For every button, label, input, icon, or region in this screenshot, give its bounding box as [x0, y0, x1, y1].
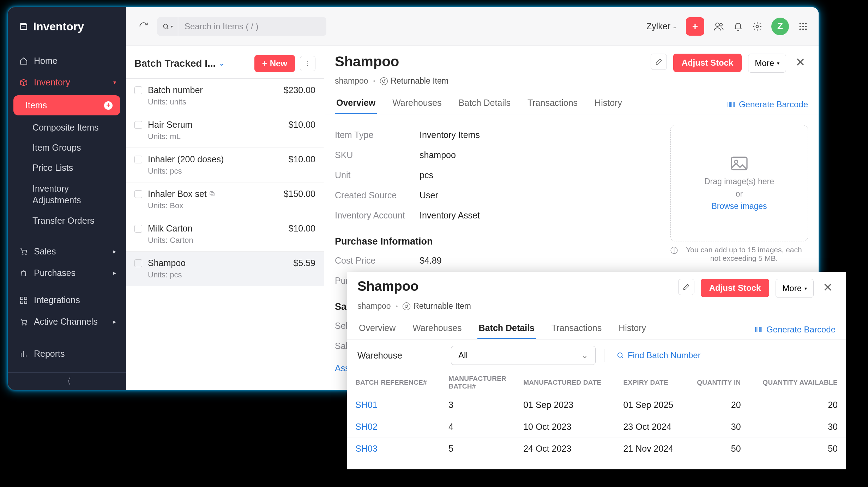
- barcode-label: Generate Barcode: [739, 100, 808, 109]
- nav-home[interactable]: Home: [8, 50, 126, 72]
- item-name: Milk Carton: [148, 223, 283, 234]
- list-more-button[interactable]: ⋮: [300, 56, 315, 71]
- nav-inventory[interactable]: Inventory ▾: [8, 72, 126, 93]
- search-box: ▾: [157, 17, 326, 36]
- item-checkbox[interactable]: [134, 225, 142, 233]
- nav-transfer-label: Transfer Orders: [32, 216, 95, 226]
- nav-reports[interactable]: Reports: [8, 343, 126, 365]
- warehouse-select[interactable]: All ⌄: [451, 346, 596, 365]
- chevron-down-icon: ⌄: [581, 350, 588, 360]
- barcode-icon: [727, 100, 735, 109]
- edit-button[interactable]: [651, 54, 667, 70]
- chevron-down-icon: ▾: [171, 24, 173, 29]
- adjust-stock-button[interactable]: Adjust Stock: [673, 54, 742, 72]
- org-switcher[interactable]: Zylker ⌄: [646, 21, 677, 31]
- app-title: Inventory: [33, 20, 84, 33]
- item-row[interactable]: Batch number Units: units $230.00: [126, 79, 324, 113]
- settings-button[interactable]: [752, 22, 762, 31]
- tab-batch-details[interactable]: Batch Details: [477, 320, 536, 339]
- detail-more-button[interactable]: More▾: [748, 54, 786, 73]
- image-dropzone[interactable]: Drag image(s) here or Browse images: [670, 125, 808, 241]
- item-price: $10.00: [289, 154, 315, 164]
- close-float-button[interactable]: ✕: [820, 279, 836, 296]
- tab-overview[interactable]: Overview: [335, 95, 377, 114]
- batch-ref-link[interactable]: SH02: [347, 416, 440, 438]
- nav-price-lists[interactable]: Price Lists: [8, 158, 126, 178]
- tab-batch-details[interactable]: Batch Details: [457, 95, 512, 114]
- add-item-icon[interactable]: +: [104, 101, 113, 110]
- edit-button[interactable]: [678, 279, 694, 295]
- svg-point-8: [163, 24, 168, 28]
- sidebar-collapse[interactable]: 〈: [8, 372, 126, 390]
- returnable-badge: ↺ Returnable Item: [403, 301, 471, 311]
- nav-purchases[interactable]: Purchases ▸: [8, 262, 126, 284]
- search-input[interactable]: [178, 22, 326, 31]
- item-row[interactable]: Hair Serum Units: mL $10.00: [126, 113, 324, 148]
- nav-inventory-adjustments[interactable]: Inventory Adjustments: [8, 178, 126, 211]
- barcode-label: Generate Barcode: [766, 325, 836, 335]
- item-row[interactable]: Inhaler Box set Units: Box $150.00: [126, 182, 324, 217]
- close-detail-button[interactable]: ✕: [792, 54, 808, 71]
- notifications-button[interactable]: [733, 22, 743, 31]
- return-icon: ↺: [380, 77, 388, 85]
- item-checkbox[interactable]: [134, 156, 142, 163]
- item-row[interactable]: Milk Carton Units: Carton $10.00: [126, 217, 324, 252]
- nav-active-channels[interactable]: Active Channels ▸: [8, 311, 126, 332]
- nav-channels-label: Active Channels: [34, 317, 98, 327]
- new-item-button[interactable]: + New: [254, 55, 295, 72]
- float-more-button[interactable]: More▾: [776, 279, 814, 298]
- item-row[interactable]: Shampoo Units: pcs $5.59: [126, 252, 324, 286]
- svg-point-1: [25, 254, 26, 255]
- quick-create-button[interactable]: +: [686, 17, 704, 36]
- returnable-label: Returnable Item: [413, 301, 471, 311]
- nav-adjustments-label: Inventory Adjustments: [32, 184, 81, 205]
- label-item-type: Item Type: [335, 130, 420, 140]
- tab-transactions[interactable]: Transactions: [526, 95, 579, 114]
- tab-transactions[interactable]: Transactions: [550, 320, 603, 339]
- nav-composite-items[interactable]: Composite Items: [8, 118, 126, 138]
- find-batch-link[interactable]: Find Batch Number: [616, 350, 701, 360]
- value-sku: shampoo: [420, 150, 456, 160]
- tab-overview[interactable]: Overview: [357, 320, 397, 339]
- nav-sales-label: Sales: [34, 246, 56, 257]
- item-checkbox[interactable]: [134, 259, 142, 267]
- caret-down-icon: ▾: [777, 60, 779, 66]
- nav-item-groups[interactable]: Item Groups: [8, 138, 126, 158]
- avatar[interactable]: Z: [771, 18, 789, 35]
- generate-barcode-link[interactable]: Generate Barcode: [754, 320, 836, 339]
- refresh-button[interactable]: [137, 19, 151, 34]
- detail-sku: shampoo: [335, 76, 368, 86]
- item-row[interactable]: Inhaler (200 doses) Units: pcs $10.00: [126, 148, 324, 182]
- nav-items[interactable]: Items +: [13, 95, 120, 115]
- nav-integrations[interactable]: Integrations: [8, 289, 126, 311]
- adjust-stock-button[interactable]: Adjust Stock: [701, 279, 770, 297]
- search-scope-button[interactable]: ▾: [157, 17, 178, 36]
- nav-transfer-orders[interactable]: Transfer Orders: [8, 211, 126, 231]
- batch-ref-link[interactable]: SH03: [347, 438, 440, 460]
- item-checkbox[interactable]: [134, 121, 142, 129]
- list-title-dropdown[interactable]: Batch Tracked I... ⌄: [134, 58, 249, 69]
- users-icon: [713, 21, 724, 32]
- chevron-down-icon: ▾: [113, 79, 116, 86]
- generate-barcode-link[interactable]: Generate Barcode: [727, 95, 808, 114]
- svg-point-25: [618, 353, 622, 357]
- batch-ref-link[interactable]: SH01: [347, 394, 440, 416]
- nav-sales[interactable]: Sales ▸: [8, 241, 126, 262]
- tab-history[interactable]: History: [593, 95, 623, 114]
- users-button[interactable]: [713, 21, 724, 32]
- sidebar-header: Inventory: [8, 7, 126, 46]
- svg-point-10: [720, 23, 723, 26]
- tab-warehouses[interactable]: Warehouses: [411, 320, 463, 339]
- batch-table: BATCH REFERENCE# MANUFACTURER BATCH# MAN…: [347, 371, 846, 459]
- browse-images-link[interactable]: Browse images: [711, 202, 767, 211]
- close-icon: ✕: [795, 55, 805, 69]
- item-checkbox[interactable]: [134, 190, 142, 198]
- topbar-right: Zylker ⌄ + Z: [646, 17, 808, 36]
- svg-point-17: [805, 25, 807, 27]
- sidebar: Inventory Home Inventory ▾ Items + Compo…: [8, 7, 126, 390]
- tab-warehouses[interactable]: Warehouses: [391, 95, 443, 114]
- tab-history[interactable]: History: [617, 320, 647, 339]
- nav-pricelists-label: Price Lists: [32, 163, 73, 173]
- apps-button[interactable]: [798, 22, 808, 31]
- item-checkbox[interactable]: [134, 86, 142, 94]
